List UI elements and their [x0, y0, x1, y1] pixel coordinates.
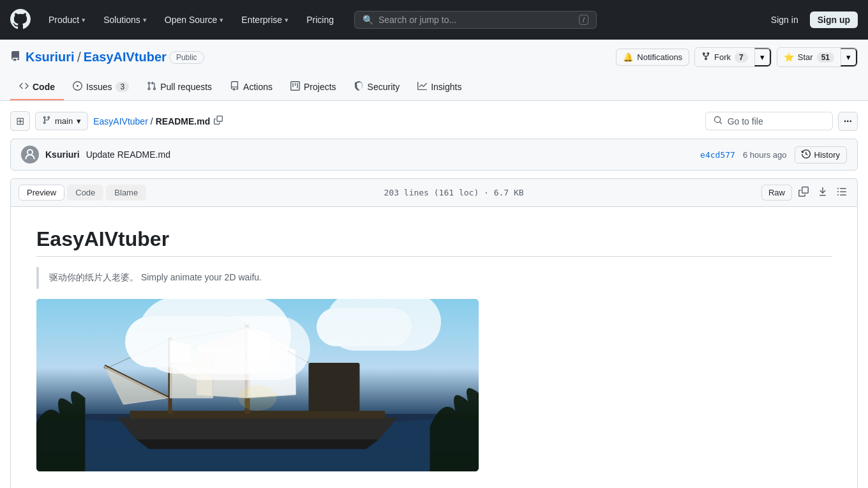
code-icon: [19, 81, 29, 93]
security-icon: [354, 81, 364, 93]
history-label: History: [814, 150, 840, 160]
copy-path-button[interactable]: [213, 114, 224, 128]
github-logo-icon[interactable]: [10, 9, 31, 31]
star-count: 51: [817, 52, 834, 63]
copy-content-button[interactable]: [796, 184, 811, 201]
file-path-right: Go to file ···: [705, 112, 858, 131]
fork-dropdown-button[interactable]: ▾: [754, 48, 771, 66]
commit-message: Update README.md: [86, 149, 170, 160]
repo-owner-link[interactable]: Ksuriuri: [26, 50, 75, 65]
star-icon: ⭐: [784, 52, 794, 62]
nav-opensource[interactable]: Open Source ▾: [160, 11, 229, 29]
repo-icon: [10, 50, 20, 65]
star-button[interactable]: ⭐ Star 51: [777, 48, 841, 66]
tab-security-label: Security: [368, 82, 400, 92]
nav-pricing[interactable]: Pricing: [301, 11, 339, 29]
nav-enterprise[interactable]: Enterprise ▾: [236, 11, 294, 29]
projects-icon: [290, 81, 300, 93]
sidebar-icon: ⊞: [16, 116, 24, 126]
file-meta: 203 lines (161 loc) · 6.7 KB: [384, 188, 524, 197]
chevron-down-icon: ▾: [846, 52, 851, 62]
star-button-group: ⭐ Star 51 ▾: [777, 47, 858, 67]
chevron-down-icon: ▾: [285, 16, 288, 24]
file-content-header: Preview Code Blame 203 lines (161 loc) ·…: [10, 178, 858, 207]
repo-name-link[interactable]: EasyAIVtuber: [84, 50, 167, 65]
navbar: Product ▾ Solutions ▾ Open Source ▾ Ente…: [0, 0, 868, 40]
tab-actions-label: Actions: [243, 82, 273, 92]
cloud-decoration: [125, 316, 253, 367]
tab-insights[interactable]: Insights: [408, 75, 470, 100]
tab-insights-label: Insights: [431, 82, 461, 92]
readme-content: EasyAIVtuber 驱动你的纸片人老婆。 Simply animate y…: [10, 207, 858, 488]
sidebar-toggle-button[interactable]: ⊞: [10, 111, 30, 131]
file-path-row: ⊞ main ▾ EasyAIVtuber / README.md: [10, 111, 858, 131]
avatar: [21, 146, 39, 164]
search-box[interactable]: 🔍 Search or jump to... /: [354, 11, 597, 29]
search-icon: 🔍: [363, 15, 373, 25]
repo-tabs: Code Issues 3 Pull requests Actions Pr: [10, 75, 858, 100]
git-branch-icon: [42, 116, 51, 126]
tab-pullrequests[interactable]: Pull requests: [138, 75, 221, 100]
download-button[interactable]: [815, 184, 830, 201]
ship-svg: [36, 299, 479, 471]
breadcrumb: Ksuriuri / EasyAIVtuber Public: [10, 49, 204, 66]
fork-icon: [701, 52, 710, 63]
file-viewer: ⊞ main ▾ EasyAIVtuber / README.md: [0, 101, 868, 488]
repo-actions: 🔔 Notifications Fork 7 ▾ ⭐ Star: [616, 47, 858, 67]
raw-button[interactable]: Raw: [761, 185, 792, 201]
chevron-down-icon: ▾: [760, 52, 765, 62]
tab-projects-label: Projects: [304, 82, 336, 92]
tab-actions[interactable]: Actions: [221, 75, 281, 100]
tab-code-button[interactable]: Code: [67, 185, 103, 201]
nav-solutions[interactable]: Solutions ▾: [98, 11, 152, 29]
more-options-button[interactable]: ···: [838, 112, 858, 131]
tab-projects[interactable]: Projects: [281, 75, 345, 100]
branch-selector-button[interactable]: main ▾: [35, 112, 88, 130]
navbar-actions: Sign in Sign up: [765, 11, 858, 28]
list-view-button[interactable]: [834, 184, 849, 201]
file-root-link[interactable]: EasyAIVtuber: [93, 116, 148, 126]
tab-code-label: Code: [33, 82, 55, 92]
svg-point-9: [239, 385, 277, 411]
actions-icon: [230, 81, 239, 93]
fork-button[interactable]: Fork 7: [695, 48, 754, 66]
tab-security[interactable]: Security: [345, 75, 409, 100]
signup-button[interactable]: Sign up: [810, 11, 858, 28]
file-current-name: README.md: [156, 116, 211, 126]
goto-file-button[interactable]: Go to file: [705, 112, 833, 130]
tab-issues-label: Issues: [86, 82, 112, 92]
issue-icon: [73, 81, 82, 93]
file-path-left: ⊞ main ▾ EasyAIVtuber / README.md: [10, 111, 224, 131]
cloud-decoration-2: [317, 308, 412, 346]
signin-button[interactable]: Sign in: [765, 11, 805, 28]
star-dropdown-button[interactable]: ▾: [841, 48, 857, 66]
commit-info-right: e4cd577 6 hours ago History: [700, 146, 847, 164]
readme-title: EasyAIVtuber: [36, 227, 832, 257]
commit-info-left: Ksuriuri Update README.md: [21, 146, 170, 164]
ellipsis-icon: ···: [844, 116, 852, 126]
tab-pr-label: Pull requests: [160, 82, 212, 92]
readme-ship-image: [36, 299, 479, 471]
tab-preview-button[interactable]: Preview: [19, 185, 64, 201]
tab-issues[interactable]: Issues 3: [64, 75, 138, 100]
commit-author[interactable]: Ksuriuri: [45, 149, 80, 160]
branch-name: main: [55, 116, 73, 126]
insights-icon: [417, 81, 427, 93]
notifications-button[interactable]: 🔔 Notifications: [616, 49, 689, 66]
file-tabs: Preview Code Blame: [19, 185, 146, 201]
readme-blockquote: 驱动你的纸片人老婆。 Simply animate your 2D waifu.: [36, 267, 832, 289]
commit-hash[interactable]: e4cd577: [700, 150, 735, 160]
nav-product[interactable]: Product ▾: [43, 11, 91, 29]
history-icon: [802, 149, 811, 160]
pr-icon: [147, 81, 156, 93]
fork-count: 7: [735, 52, 748, 63]
fork-button-group: Fork 7 ▾: [694, 47, 772, 67]
file-actions-right: Raw: [761, 184, 849, 201]
chevron-down-icon: ▾: [77, 116, 81, 126]
history-button[interactable]: History: [795, 146, 847, 164]
commit-time: 6 hours ago: [743, 150, 787, 160]
search-icon: [714, 116, 722, 126]
tab-code[interactable]: Code: [10, 75, 64, 100]
repo-title-row: Ksuriuri / EasyAIVtuber Public 🔔 Notific…: [10, 47, 858, 75]
tab-blame-button[interactable]: Blame: [106, 185, 146, 201]
